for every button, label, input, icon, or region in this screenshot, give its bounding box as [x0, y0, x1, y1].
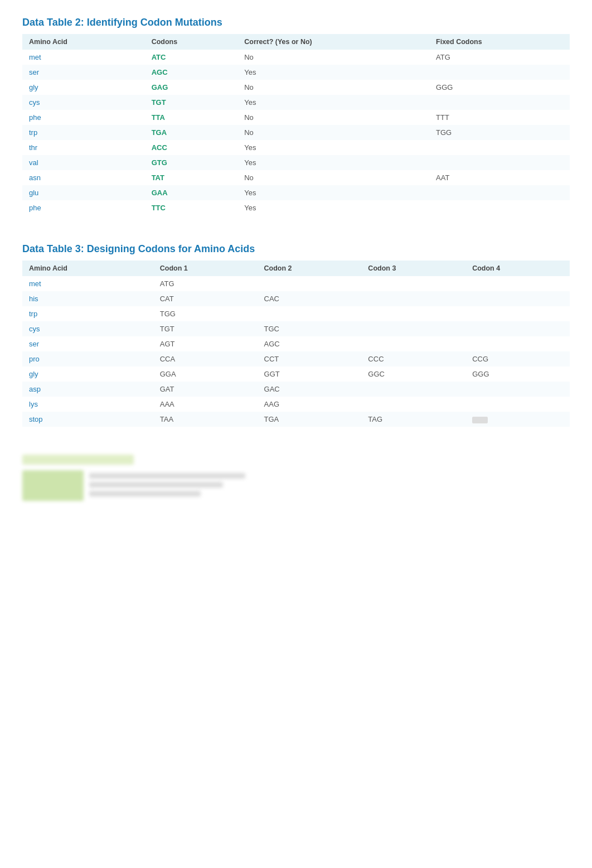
- table-row: his CAT CAC: [22, 291, 570, 306]
- amino-acid-cell: met: [22, 50, 145, 65]
- amino-acid-cell: trp: [22, 125, 145, 140]
- amino-acid-cell: ser: [22, 336, 153, 351]
- col-fixed-codons: Fixed Codons: [429, 34, 570, 50]
- codon1-cell: CCA: [153, 351, 258, 367]
- amino-acid-cell: gly: [22, 80, 145, 95]
- table-row: trp TGA No TGG: [22, 125, 570, 140]
- codon-cell: TGT: [145, 95, 238, 110]
- fixed-cell: [429, 65, 570, 80]
- table-row: cys TGT TGC: [22, 321, 570, 336]
- correct-cell: Yes: [237, 185, 429, 200]
- codon2-cell: [258, 306, 362, 321]
- codon1-cell: ATG: [153, 276, 258, 291]
- codon-cell: GAG: [145, 80, 238, 95]
- amino-acid-cell: his: [22, 291, 153, 306]
- blurred-lines: [89, 473, 245, 496]
- table2-header: Amino Acid Codons Correct? (Yes or No) F…: [22, 34, 570, 50]
- col3-codon2: Codon 2: [258, 261, 362, 276]
- table-row: pro CCA CCT CCC CCG: [22, 351, 570, 367]
- codon-cell: ATC: [145, 50, 238, 65]
- correct-cell: Yes: [237, 65, 429, 80]
- table-row: stop TAA TGA TAG: [22, 412, 570, 427]
- table3-header: Amino Acid Codon 1 Codon 2 Codon 3 Codon…: [22, 261, 570, 276]
- amino-acid-cell: met: [22, 276, 153, 291]
- blurred-line-3: [89, 491, 201, 496]
- col3-amino-acid: Amino Acid: [22, 261, 153, 276]
- table-row: glu GAA Yes: [22, 185, 570, 200]
- codon4-cell: [465, 321, 570, 336]
- col3-codon3: Codon 3: [361, 261, 465, 276]
- codon4-cell: [465, 276, 570, 291]
- amino-acid-cell: trp: [22, 306, 153, 321]
- amino-acid-cell: val: [22, 155, 145, 170]
- codon3-cell: [361, 397, 465, 412]
- codon2-cell: GGT: [258, 367, 362, 382]
- table-row: gly GAG No GGG: [22, 80, 570, 95]
- table3-body: met ATG his CAT CAC trp TGG cys TGT TGC …: [22, 276, 570, 427]
- correct-cell: No: [237, 110, 429, 125]
- codon3-cell: [361, 382, 465, 397]
- codon-cell: GTG: [145, 155, 238, 170]
- codon3-cell: [361, 306, 465, 321]
- codon-cell: ACC: [145, 140, 238, 155]
- fixed-cell: [429, 140, 570, 155]
- fixed-cell: TTT: [429, 110, 570, 125]
- codon3-cell: [361, 291, 465, 306]
- correct-cell: No: [237, 170, 429, 185]
- fixed-cell: AAT: [429, 170, 570, 185]
- table-row: thr ACC Yes: [22, 140, 570, 155]
- fixed-cell: TGG: [429, 125, 570, 140]
- codon4-cell: [465, 291, 570, 306]
- blurred-title: [22, 455, 134, 465]
- col-correct: Correct? (Yes or No): [237, 34, 429, 50]
- codon-cell: TGA: [145, 125, 238, 140]
- codon3-cell: [361, 321, 465, 336]
- codon-cell: TTC: [145, 200, 238, 215]
- amino-acid-cell: gly: [22, 367, 153, 382]
- col3-codon1: Codon 1: [153, 261, 258, 276]
- codon-cell: TAT: [145, 170, 238, 185]
- fixed-cell: [429, 155, 570, 170]
- table-row: gly GGA GGT GGC GGG: [22, 367, 570, 382]
- codon1-cell: GGA: [153, 367, 258, 382]
- amino-acid-cell: asp: [22, 382, 153, 397]
- table-row: cys TGT Yes: [22, 95, 570, 110]
- table3-section: Data Table 3: Designing Codons for Amino…: [22, 243, 570, 427]
- col-codons: Codons: [145, 34, 238, 50]
- table3: Amino Acid Codon 1 Codon 2 Codon 3 Codon…: [22, 261, 570, 427]
- codon3-cell: [361, 336, 465, 351]
- table3-title: Data Table 3: Designing Codons for Amino…: [22, 243, 570, 255]
- fixed-cell: [429, 200, 570, 215]
- amino-acid-cell: ser: [22, 65, 145, 80]
- codon3-cell: [361, 276, 465, 291]
- table2-section: Data Table 2: Identifying Codon Mutation…: [22, 17, 570, 215]
- amino-acid-cell: asn: [22, 170, 145, 185]
- amino-acid-cell: stop: [22, 412, 153, 427]
- amino-acid-cell: phe: [22, 200, 145, 215]
- codon1-cell: TGG: [153, 306, 258, 321]
- codon4-cell: GGG: [465, 367, 570, 382]
- codon1-cell: AAA: [153, 397, 258, 412]
- correct-cell: No: [237, 80, 429, 95]
- codon-cell: GAA: [145, 185, 238, 200]
- codon4-cell: [465, 412, 570, 427]
- codon3-cell: TAG: [361, 412, 465, 427]
- amino-acid-cell: cys: [22, 95, 145, 110]
- codon1-cell: CAT: [153, 291, 258, 306]
- table-row: met ATG: [22, 276, 570, 291]
- blurred-line-2: [89, 482, 223, 488]
- codon2-cell: [258, 276, 362, 291]
- codon-cell: AGC: [145, 65, 238, 80]
- correct-cell: No: [237, 125, 429, 140]
- correct-cell: Yes: [237, 140, 429, 155]
- table-row: phe TTC Yes: [22, 200, 570, 215]
- table2-body: met ATC No ATG ser AGC Yes gly GAG No GG…: [22, 50, 570, 215]
- table-row: val GTG Yes: [22, 155, 570, 170]
- correct-cell: Yes: [237, 155, 429, 170]
- fixed-cell: GGG: [429, 80, 570, 95]
- blurred-content: [22, 470, 570, 501]
- codon2-cell: CAC: [258, 291, 362, 306]
- table-row: met ATC No ATG: [22, 50, 570, 65]
- col3-codon4: Codon 4: [465, 261, 570, 276]
- correct-cell: No: [237, 50, 429, 65]
